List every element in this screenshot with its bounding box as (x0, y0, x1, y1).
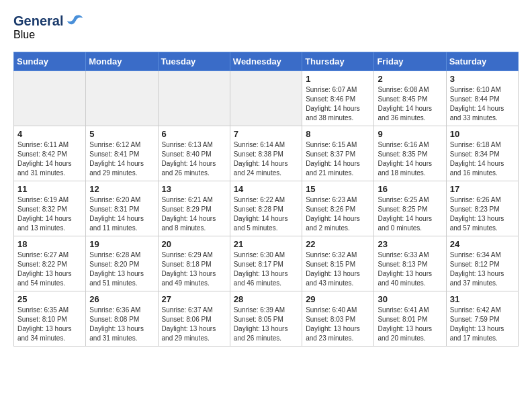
calendar-cell: 13Sunrise: 6:21 AM Sunset: 8:29 PM Dayli… (158, 181, 230, 236)
calendar-cell: 9Sunrise: 6:16 AM Sunset: 8:35 PM Daylig… (374, 126, 446, 181)
cell-info: Sunrise: 6:37 AM Sunset: 8:06 PM Dayligh… (162, 306, 226, 343)
calendar-cell: 4Sunrise: 6:11 AM Sunset: 8:42 PM Daylig… (14, 126, 86, 181)
day-number: 17 (450, 184, 515, 194)
calendar-cell: 27Sunrise: 6:37 AM Sunset: 8:06 PM Dayli… (158, 291, 230, 347)
day-number: 5 (89, 129, 154, 139)
day-number: 19 (89, 239, 154, 249)
cell-info: Sunrise: 6:13 AM Sunset: 8:40 PM Dayligh… (162, 140, 226, 178)
calendar-cell: 26Sunrise: 6:36 AM Sunset: 8:08 PM Dayli… (86, 291, 158, 347)
logo-blue: Blue (13, 29, 35, 40)
cell-info: Sunrise: 6:10 AM Sunset: 8:44 PM Dayligh… (450, 85, 515, 123)
calendar-cell: 12Sunrise: 6:20 AM Sunset: 8:31 PM Dayli… (86, 181, 158, 236)
calendar-cell: 6Sunrise: 6:13 AM Sunset: 8:40 PM Daylig… (158, 126, 230, 181)
day-number: 12 (89, 184, 154, 194)
cell-info: Sunrise: 6:21 AM Sunset: 8:29 PM Dayligh… (162, 195, 226, 233)
cell-info: Sunrise: 6:40 AM Sunset: 8:03 PM Dayligh… (306, 306, 370, 343)
cell-info: Sunrise: 6:41 AM Sunset: 8:01 PM Dayligh… (378, 306, 442, 343)
cell-info: Sunrise: 6:35 AM Sunset: 8:10 PM Dayligh… (17, 306, 82, 343)
cell-info: Sunrise: 6:28 AM Sunset: 8:20 PM Dayligh… (89, 250, 154, 288)
day-number: 24 (450, 239, 515, 249)
calendar-cell (86, 71, 158, 126)
day-number: 13 (162, 184, 226, 194)
cell-info: Sunrise: 6:14 AM Sunset: 8:38 PM Dayligh… (234, 140, 298, 178)
calendar-cell: 19Sunrise: 6:28 AM Sunset: 8:20 PM Dayli… (86, 236, 158, 291)
calendar-cell: 31Sunrise: 6:42 AM Sunset: 7:59 PM Dayli… (446, 291, 518, 347)
cell-info: Sunrise: 6:30 AM Sunset: 8:17 PM Dayligh… (234, 250, 298, 288)
logo: General Blue (13, 13, 83, 41)
cell-info: Sunrise: 6:26 AM Sunset: 8:23 PM Dayligh… (450, 195, 515, 233)
cell-info: Sunrise: 6:12 AM Sunset: 8:41 PM Dayligh… (89, 140, 154, 178)
logo-general: General (13, 13, 63, 29)
day-number: 18 (17, 239, 82, 249)
calendar-cell: 22Sunrise: 6:32 AM Sunset: 8:15 PM Dayli… (302, 236, 374, 291)
cell-info: Sunrise: 6:22 AM Sunset: 8:28 PM Dayligh… (234, 195, 298, 233)
cell-info: Sunrise: 6:23 AM Sunset: 8:26 PM Dayligh… (306, 195, 370, 233)
day-number: 29 (306, 294, 370, 304)
day-number: 9 (378, 129, 442, 139)
cell-info: Sunrise: 6:15 AM Sunset: 8:37 PM Dayligh… (306, 140, 370, 178)
calendar-cell: 5Sunrise: 6:12 AM Sunset: 8:41 PM Daylig… (86, 126, 158, 181)
day-number: 20 (162, 239, 226, 249)
day-number: 8 (306, 129, 370, 139)
day-header-wednesday: Wednesday (230, 52, 302, 71)
calendar-cell: 11Sunrise: 6:19 AM Sunset: 8:32 PM Dayli… (14, 181, 86, 236)
day-header-tuesday: Tuesday (158, 52, 230, 71)
calendar-cell: 30Sunrise: 6:41 AM Sunset: 8:01 PM Dayli… (374, 291, 446, 347)
cell-info: Sunrise: 6:32 AM Sunset: 8:15 PM Dayligh… (306, 250, 370, 288)
calendar-cell: 25Sunrise: 6:35 AM Sunset: 8:10 PM Dayli… (14, 291, 86, 347)
day-number: 26 (89, 294, 154, 304)
day-header-thursday: Thursday (302, 52, 374, 71)
cell-info: Sunrise: 6:39 AM Sunset: 8:05 PM Dayligh… (234, 306, 298, 343)
calendar-cell: 3Sunrise: 6:10 AM Sunset: 8:44 PM Daylig… (446, 71, 518, 126)
cell-info: Sunrise: 6:25 AM Sunset: 8:25 PM Dayligh… (378, 195, 442, 233)
calendar-cell: 28Sunrise: 6:39 AM Sunset: 8:05 PM Dayli… (230, 291, 302, 347)
day-number: 1 (306, 74, 370, 84)
calendar-cell: 17Sunrise: 6:26 AM Sunset: 8:23 PM Dayli… (446, 181, 518, 236)
day-number: 27 (162, 294, 226, 304)
calendar-cell: 8Sunrise: 6:15 AM Sunset: 8:37 PM Daylig… (302, 126, 374, 181)
day-header-friday: Friday (374, 52, 446, 71)
calendar-cell (158, 71, 230, 126)
day-number: 23 (378, 239, 442, 249)
day-number: 16 (378, 184, 442, 194)
calendar-cell: 10Sunrise: 6:18 AM Sunset: 8:34 PM Dayli… (446, 126, 518, 181)
cell-info: Sunrise: 6:36 AM Sunset: 8:08 PM Dayligh… (89, 306, 154, 343)
calendar-cell: 29Sunrise: 6:40 AM Sunset: 8:03 PM Dayli… (302, 291, 374, 347)
calendar-cell: 15Sunrise: 6:23 AM Sunset: 8:26 PM Dayli… (302, 181, 374, 236)
calendar-cell: 18Sunrise: 6:27 AM Sunset: 8:22 PM Dayli… (14, 236, 86, 291)
cell-info: Sunrise: 6:16 AM Sunset: 8:35 PM Dayligh… (378, 140, 442, 178)
day-header-monday: Monday (86, 52, 158, 71)
calendar-cell: 21Sunrise: 6:30 AM Sunset: 8:17 PM Dayli… (230, 236, 302, 291)
calendar-cell: 7Sunrise: 6:14 AM Sunset: 8:38 PM Daylig… (230, 126, 302, 181)
day-number: 11 (17, 184, 82, 194)
cell-info: Sunrise: 6:20 AM Sunset: 8:31 PM Dayligh… (89, 195, 154, 233)
day-number: 14 (234, 184, 298, 194)
day-number: 31 (450, 294, 515, 304)
day-header-saturday: Saturday (446, 52, 518, 71)
day-number: 22 (306, 239, 370, 249)
day-number: 2 (378, 74, 442, 84)
day-number: 30 (378, 294, 442, 304)
day-number: 25 (17, 294, 82, 304)
calendar-table: SundayMondayTuesdayWednesdayThursdayFrid… (13, 52, 519, 347)
cell-info: Sunrise: 6:27 AM Sunset: 8:22 PM Dayligh… (17, 250, 82, 288)
cell-info: Sunrise: 6:34 AM Sunset: 8:12 PM Dayligh… (450, 250, 515, 288)
calendar-cell (230, 71, 302, 126)
cell-info: Sunrise: 6:08 AM Sunset: 8:45 PM Dayligh… (378, 85, 442, 123)
calendar-cell: 14Sunrise: 6:22 AM Sunset: 8:28 PM Dayli… (230, 181, 302, 236)
day-number: 10 (450, 129, 515, 139)
calendar-cell: 20Sunrise: 6:29 AM Sunset: 8:18 PM Dayli… (158, 236, 230, 291)
calendar-cell: 2Sunrise: 6:08 AM Sunset: 8:45 PM Daylig… (374, 71, 446, 126)
day-number: 21 (234, 239, 298, 249)
logo-bird-icon (66, 14, 83, 29)
cell-info: Sunrise: 6:42 AM Sunset: 7:59 PM Dayligh… (450, 306, 515, 343)
cell-info: Sunrise: 6:18 AM Sunset: 8:34 PM Dayligh… (450, 140, 515, 178)
cell-info: Sunrise: 6:29 AM Sunset: 8:18 PM Dayligh… (162, 250, 226, 288)
calendar-cell: 23Sunrise: 6:33 AM Sunset: 8:13 PM Dayli… (374, 236, 446, 291)
day-number: 7 (234, 129, 298, 139)
calendar-cell (14, 71, 86, 126)
calendar-cell: 16Sunrise: 6:25 AM Sunset: 8:25 PM Dayli… (374, 181, 446, 236)
day-number: 6 (162, 129, 226, 139)
cell-info: Sunrise: 6:07 AM Sunset: 8:46 PM Dayligh… (306, 85, 370, 123)
day-header-sunday: Sunday (14, 52, 86, 71)
